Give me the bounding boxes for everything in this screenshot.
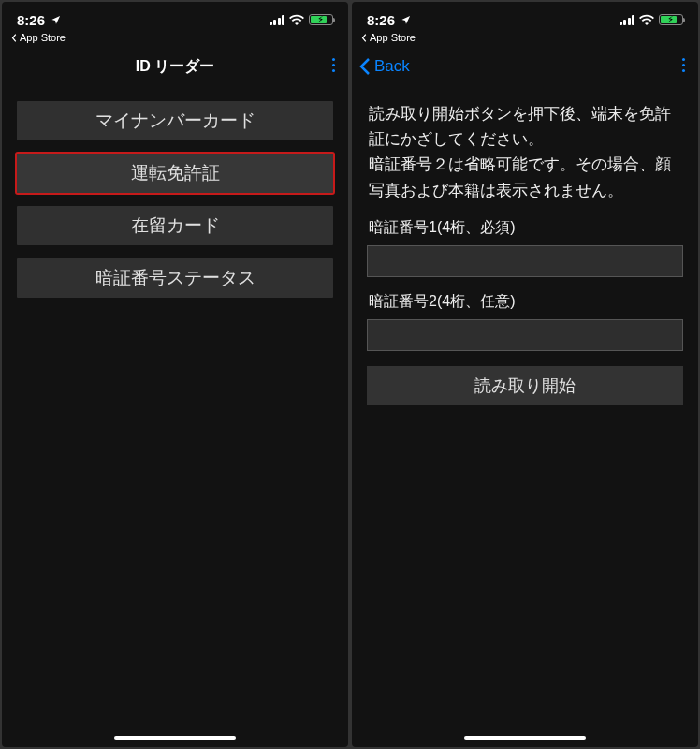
- back-to-appstore[interactable]: App Store: [352, 32, 698, 43]
- chevron-left-icon: [11, 34, 18, 42]
- option-drivers-license[interactable]: 運転免許証: [17, 154, 333, 193]
- main-content-right: 読み取り開始ボタンを押下後、端末を免許証にかざしてください。 暗証番号２は省略可…: [352, 86, 698, 747]
- option-label: 在留カード: [131, 213, 220, 238]
- status-time: 8:26: [17, 12, 61, 28]
- main-content-left: マイナンバーカード 運転免許証 在留カード 暗証番号ステータス: [2, 86, 348, 747]
- back-context-label: App Store: [20, 32, 66, 43]
- status-indicators: ⚡︎: [620, 14, 684, 25]
- wifi-icon: [289, 14, 304, 25]
- phone-screen-right: 8:26 ⚡︎ App Store Back 読み取り開始ボタンを押下後、端末を…: [352, 2, 698, 747]
- status-bar: 8:26 ⚡︎: [352, 2, 698, 32]
- option-label: 運転免許証: [131, 161, 220, 185]
- home-indicator[interactable]: [114, 736, 236, 740]
- status-time: 8:26: [367, 12, 411, 28]
- chevron-left-icon: [359, 57, 371, 76]
- app-header: ID リーダー: [2, 47, 348, 86]
- instruction-text: 読み取り開始ボタンを押下後、端末を免許証にかざしてください。 暗証番号２は省略可…: [367, 101, 683, 203]
- home-indicator[interactable]: [464, 736, 586, 740]
- pin2-input[interactable]: [367, 319, 683, 351]
- status-bar: 8:26 ⚡︎: [2, 2, 348, 32]
- back-context-label: App Store: [370, 32, 416, 43]
- pin2-label: 暗証番号2(4桁、任意): [367, 292, 683, 312]
- chevron-left-icon: [361, 34, 368, 42]
- more-menu-button[interactable]: [332, 58, 335, 72]
- location-icon: [401, 15, 411, 25]
- page-title: ID リーダー: [136, 57, 214, 77]
- option-residence-card[interactable]: 在留カード: [17, 206, 333, 245]
- back-button[interactable]: Back: [359, 57, 410, 76]
- status-time-text: 8:26: [17, 12, 45, 28]
- option-my-number-card[interactable]: マイナンバーカード: [17, 101, 333, 140]
- back-to-appstore[interactable]: App Store: [2, 32, 348, 43]
- location-icon: [51, 15, 61, 25]
- more-menu-button[interactable]: [682, 58, 685, 72]
- wifi-icon: [639, 14, 654, 25]
- option-pin-status[interactable]: 暗証番号ステータス: [17, 258, 333, 298]
- app-header: Back: [352, 47, 698, 86]
- battery-icon: ⚡︎: [309, 14, 333, 25]
- option-label: 暗証番号ステータス: [95, 266, 255, 290]
- pin1-input[interactable]: [367, 245, 683, 277]
- option-label: マイナンバーカード: [95, 109, 255, 133]
- pin1-label: 暗証番号1(4桁、必須): [367, 218, 683, 238]
- phone-screen-left: 8:26 ⚡︎ App Store ID リーダー マイナンバーカード 運転免許…: [2, 2, 348, 747]
- status-time-text: 8:26: [367, 12, 395, 28]
- back-label: Back: [374, 57, 410, 76]
- status-indicators: ⚡︎: [270, 14, 334, 25]
- start-label: 読み取り開始: [474, 374, 576, 397]
- cellular-icon: [620, 15, 635, 25]
- battery-icon: ⚡︎: [659, 14, 683, 25]
- start-reading-button[interactable]: 読み取り開始: [367, 366, 683, 405]
- cellular-icon: [270, 15, 285, 25]
